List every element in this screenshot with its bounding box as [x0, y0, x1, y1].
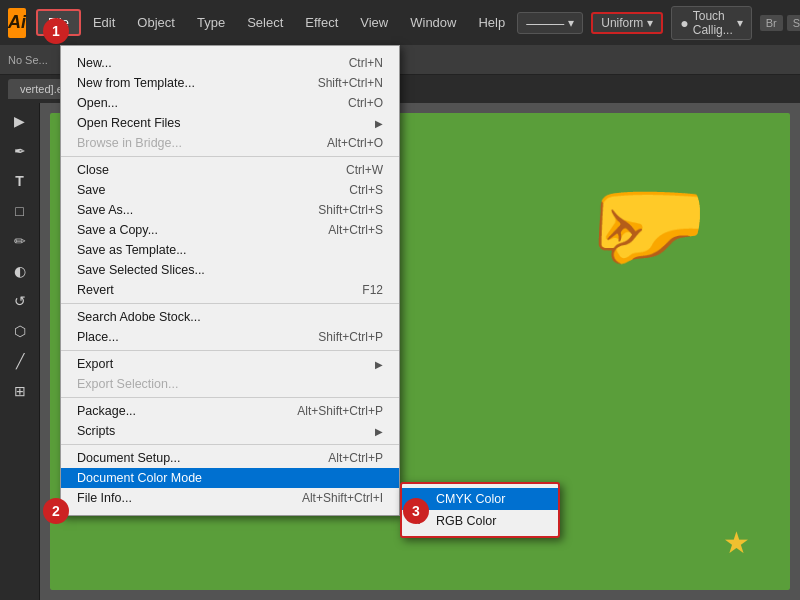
menu-effect[interactable]: Effect	[295, 11, 348, 34]
menu-help[interactable]: Help	[468, 11, 515, 34]
shortcut-label: Shift+Ctrl+P	[318, 330, 383, 344]
menu-item-documentsetup[interactable]: Document Setup...Alt+Ctrl+P	[61, 448, 399, 468]
menu-bar-right: ——— ▾ Uniform ▾ ● Touch Callig... ▾ Br S…	[517, 6, 800, 40]
menu-item-save[interactable]: SaveCtrl+S	[61, 180, 399, 200]
hand-illustration: 🤜	[585, 173, 710, 273]
menu-item-package[interactable]: Package...Alt+Shift+Ctrl+P	[61, 401, 399, 421]
pen-tool[interactable]: ✒	[5, 137, 35, 165]
shortcut-label: Shift+Ctrl+S	[318, 203, 383, 217]
touch-callig-dropdown[interactable]: ● Touch Callig... ▾	[671, 6, 751, 40]
menu-window[interactable]: Window	[400, 11, 466, 34]
star-illustration: ★	[723, 525, 750, 560]
file-dropdown-menu: New...Ctrl+NNew from Template...Shift+Ct…	[60, 45, 400, 516]
color-mode-label: CMYK Color	[436, 492, 505, 506]
menu-label: Export Selection...	[77, 377, 383, 391]
menu-item-saveacopy[interactable]: Save a Copy...Alt+Ctrl+S	[61, 220, 399, 240]
menu-label: New...	[77, 56, 329, 70]
menu-label: Save	[77, 183, 329, 197]
shortcut-label: Alt+Ctrl+S	[328, 223, 383, 237]
menu-label: Document Setup...	[77, 451, 308, 465]
menu-item-scripts[interactable]: Scripts▶	[61, 421, 399, 441]
step-badge-1: 1	[43, 18, 69, 44]
submenu-arrow-icon: ▶	[375, 426, 383, 437]
bridge-icon[interactable]: Br	[760, 15, 783, 31]
blend-tool[interactable]: ⬡	[5, 317, 35, 345]
stroke-chevron: ▾	[568, 16, 574, 30]
menu-item-saveastemplate[interactable]: Save as Template...	[61, 240, 399, 260]
stroke-dropdown[interactable]: ——— ▾	[517, 12, 583, 34]
menu-edit[interactable]: Edit	[83, 11, 125, 34]
step-badge-2: 2	[43, 498, 69, 524]
menu-item-fileinfo[interactable]: File Info...Alt+Shift+Ctrl+I	[61, 488, 399, 508]
menu-label: Document Color Mode	[77, 471, 383, 485]
shortcut-label: F12	[362, 283, 383, 297]
menu-select[interactable]: Select	[237, 11, 293, 34]
uniform-chevron: ▾	[647, 16, 653, 30]
app-logo: Ai	[8, 8, 26, 38]
submenu-arrow-icon: ▶	[375, 359, 383, 370]
menu-label: Package...	[77, 404, 277, 418]
shortcut-label: Alt+Ctrl+O	[327, 136, 383, 150]
menu-item-revert[interactable]: RevertF12	[61, 280, 399, 300]
menu-item-browseinbridge[interactable]: Browse in Bridge...Alt+Ctrl+O	[61, 133, 399, 153]
left-toolbar: ▶ ✒ T □ ✏ ◐ ↺ ⬡ ╱ ⊞	[0, 103, 40, 600]
menu-label: Save a Copy...	[77, 223, 308, 237]
stroke-line: ———	[526, 15, 562, 31]
menu-item-exportselection[interactable]: Export Selection...	[61, 374, 399, 394]
menu-label: Open...	[77, 96, 328, 110]
shortcut-label: Ctrl+O	[348, 96, 383, 110]
selection-tool[interactable]: ▶	[5, 107, 35, 135]
menu-item-saveas[interactable]: Save As...Shift+Ctrl+S	[61, 200, 399, 220]
shortcut-label: Alt+Shift+Ctrl+P	[297, 404, 383, 418]
menu-item-place[interactable]: Place...Shift+Ctrl+P	[61, 327, 399, 347]
shortcut-label: Ctrl+S	[349, 183, 383, 197]
menu-label: New from Template...	[77, 76, 298, 90]
menu-label: Save As...	[77, 203, 298, 217]
menu-item-saveselectedslices[interactable]: Save Selected Slices...	[61, 260, 399, 280]
menu-label: Place...	[77, 330, 298, 344]
touch-callig-chevron: ▾	[737, 16, 743, 30]
menu-label: Revert	[77, 283, 342, 297]
menu-object[interactable]: Object	[127, 11, 185, 34]
rectangle-tool[interactable]: □	[5, 197, 35, 225]
uniform-dropdown[interactable]: Uniform ▾	[591, 12, 663, 34]
no-selection-label: No Se...	[8, 54, 48, 66]
submenu-arrow-icon: ▶	[375, 118, 383, 129]
menu-type[interactable]: Type	[187, 11, 235, 34]
shortcut-label: Ctrl+W	[346, 163, 383, 177]
shortcut-label: Shift+Ctrl+N	[318, 76, 383, 90]
menu-item-openrecentfiles[interactable]: Open Recent Files▶	[61, 113, 399, 133]
menu-label: Search Adobe Stock...	[77, 310, 383, 324]
brush-icon: ●	[680, 15, 688, 31]
menu-item-export[interactable]: Export▶	[61, 354, 399, 374]
menu-label: Save Selected Slices...	[77, 263, 383, 277]
text-tool[interactable]: T	[5, 167, 35, 195]
menu-item-close[interactable]: CloseCtrl+W	[61, 160, 399, 180]
menu-view[interactable]: View	[350, 11, 398, 34]
step-badge-3: 3	[403, 498, 429, 524]
shortcut-label: Ctrl+N	[349, 56, 383, 70]
menu-item-new[interactable]: New...Ctrl+N	[61, 53, 399, 73]
menu-label: Scripts	[77, 424, 371, 438]
menu-label: Open Recent Files	[77, 116, 371, 130]
stock-icon[interactable]: St	[787, 15, 800, 31]
eraser-tool[interactable]: ◐	[5, 257, 35, 285]
menu-label: Save as Template...	[77, 243, 383, 257]
menu-bar: Ai File Edit Object Type Select Effect V…	[0, 0, 800, 45]
shortcut-label: Alt+Ctrl+P	[328, 451, 383, 465]
menu-item-open[interactable]: Open...Ctrl+O	[61, 93, 399, 113]
menu-label: Browse in Bridge...	[77, 136, 307, 150]
touch-callig-label: Touch Callig...	[693, 9, 733, 37]
color-mode-label: RGB Color	[436, 514, 496, 528]
artboard-tool[interactable]: ⊞	[5, 377, 35, 405]
menu-item-newfromtemplate[interactable]: New from Template...Shift+Ctrl+N	[61, 73, 399, 93]
menu-item-searchadobestock[interactable]: Search Adobe Stock...	[61, 307, 399, 327]
menu-label: Export	[77, 357, 371, 371]
menu-label: File Info...	[77, 491, 282, 505]
eyedropper-tool[interactable]: ╱	[5, 347, 35, 375]
menu-item-documentcolormode[interactable]: Document Color Mode	[61, 468, 399, 488]
uniform-label: Uniform	[601, 16, 643, 30]
br-st-icons: Br St	[760, 15, 800, 31]
rotate-tool[interactable]: ↺	[5, 287, 35, 315]
pencil-tool[interactable]: ✏	[5, 227, 35, 255]
